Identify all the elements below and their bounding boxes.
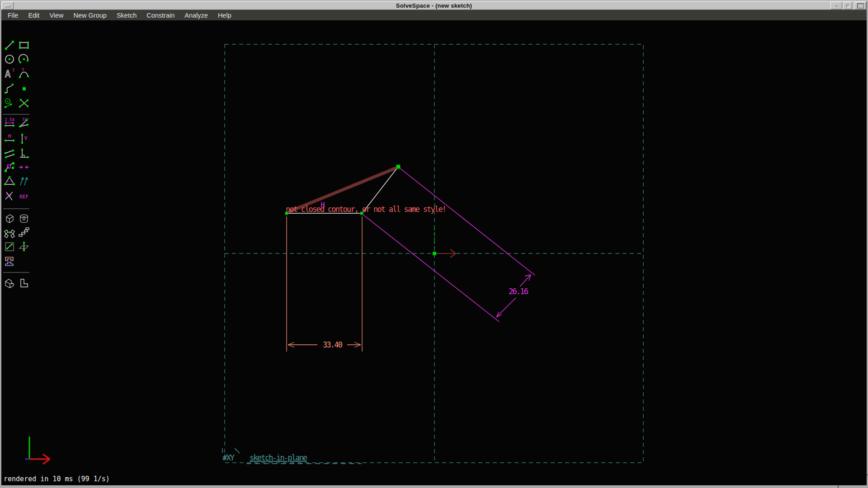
toolbar-separator: [3, 208, 29, 209]
x-axis-icon: [29, 454, 50, 464]
workplane-name-label[interactable]: #XY: [222, 453, 235, 462]
sketch-point[interactable]: [285, 212, 288, 215]
menu-help[interactable]: Help: [213, 11, 236, 20]
same-orientation-constraint-icon[interactable]: [18, 175, 30, 187]
svg-text:H: H: [8, 133, 11, 139]
split-curves-tool-icon[interactable]: [18, 98, 30, 109]
dimension-distance[interactable]: [496, 275, 531, 317]
workplane-group-label[interactable]: sketch-in-plane: [250, 453, 307, 462]
sketch-point[interactable]: [396, 165, 401, 169]
lathe-group-icon[interactable]: [18, 213, 30, 225]
distance-constraint-icon[interactable]: 2.54: [4, 117, 15, 129]
sketch-canvas[interactable]: 33.40 26.16 H not closed contour, or not…: [0, 0, 868, 488]
window-menu-dash-icon: [5, 5, 10, 7]
construction-tool-icon[interactable]: [4, 98, 15, 109]
parallel-constraint-icon[interactable]: [4, 148, 15, 160]
window-resize-notch[interactable]: [838, 485, 839, 488]
window-menu-button[interactable]: [2, 2, 14, 9]
maximize-button[interactable]: [854, 2, 866, 9]
window-dot-button[interactable]: [830, 2, 842, 9]
arc-tool-icon[interactable]: [18, 53, 30, 65]
step-rotate-group-icon[interactable]: [4, 226, 15, 238]
sketch-lines-magenta: [363, 168, 535, 322]
text-tool-icon[interactable]: AT: [4, 68, 15, 80]
other-angle-constraint-icon[interactable]: [4, 190, 15, 202]
menu-view[interactable]: View: [44, 11, 68, 20]
menu-bar: File Edit View New Group Sketch Constrai…: [1, 10, 867, 20]
difference-boolean-icon[interactable]: [18, 277, 30, 289]
datum-point-tool-icon[interactable]: [18, 83, 30, 94]
dot-icon: [836, 5, 837, 7]
title-bar[interactable]: SolveSpace - (new sketch): [1, 1, 867, 10]
svg-text:T: T: [22, 68, 24, 72]
vertical-constraint-icon[interactable]: V: [18, 133, 30, 145]
toolbar-separator: [3, 114, 29, 115]
svg-text:V: V: [24, 135, 28, 141]
circle-tool-icon[interactable]: [4, 53, 15, 65]
spline-tool-icon[interactable]: [4, 83, 15, 94]
view-axes-indicator: [25, 436, 50, 464]
minimize-button[interactable]: [843, 2, 852, 9]
menu-constrain[interactable]: Constrain: [142, 11, 179, 20]
origin-point[interactable]: [433, 252, 436, 255]
union-boolean-icon[interactable]: [4, 277, 15, 289]
point-on-line-constraint-icon[interactable]: [4, 161, 15, 173]
link-group-icon[interactable]: [4, 255, 15, 267]
sketch-point[interactable]: [360, 212, 363, 215]
symmetric-constraint-icon[interactable]: [18, 161, 30, 173]
status-message: rendered in 10 ms (99 1/s): [4, 474, 110, 483]
dimension-distance-value[interactable]: 26.16: [509, 287, 528, 296]
horizontal-constraint-icon[interactable]: H: [4, 133, 15, 145]
dimension-width[interactable]: [287, 216, 362, 352]
menu-analyze[interactable]: Analyze: [179, 11, 213, 20]
equal-constraint-icon[interactable]: [4, 175, 15, 187]
svg-text:2.54: 2.54: [5, 117, 14, 122]
maximize-icon: [857, 3, 864, 9]
perpendicular-constraint-icon[interactable]: [18, 148, 30, 160]
bezier-tool-icon[interactable]: T: [18, 68, 30, 80]
toolbar-separator: [3, 272, 29, 273]
extrude-group-icon[interactable]: [4, 213, 15, 225]
reference-dimension-icon[interactable]: REF: [18, 190, 30, 202]
line-tool-icon[interactable]: [4, 39, 15, 51]
svg-text:A: A: [5, 69, 11, 80]
window-title: SolveSpace - (new sketch): [2, 2, 866, 9]
menu-edit[interactable]: Edit: [23, 11, 44, 20]
step-translate-group-icon[interactable]: [18, 226, 30, 238]
sketch-in-3d-group-icon[interactable]: [18, 241, 30, 253]
new-workplane-group-icon[interactable]: [4, 241, 15, 253]
rectangle-tool-icon[interactable]: [18, 39, 30, 51]
menu-sketch[interactable]: Sketch: [112, 11, 142, 20]
svg-text:REF: REF: [19, 194, 28, 200]
svg-text:T: T: [12, 68, 15, 73]
angle-constraint-icon[interactable]: 74°: [18, 117, 30, 129]
minimize-icon: [846, 5, 849, 8]
menu-new-group[interactable]: New Group: [69, 11, 112, 20]
origin-x-arrow: [439, 249, 456, 258]
menu-file[interactable]: File: [3, 11, 23, 20]
error-message: not closed contour, or not all same styl…: [286, 205, 446, 214]
dimension-width-value[interactable]: 33.40: [323, 340, 343, 349]
